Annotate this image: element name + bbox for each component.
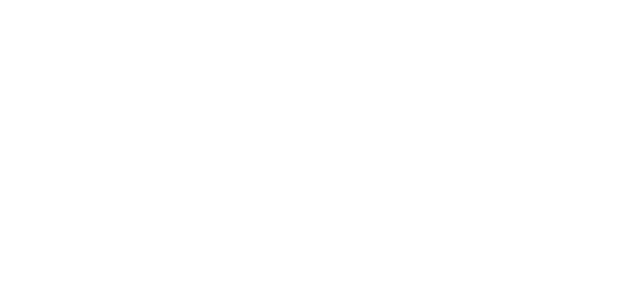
expense-bar-chart (0, 0, 644, 300)
blesa-expense-visualization (0, 0, 644, 300)
